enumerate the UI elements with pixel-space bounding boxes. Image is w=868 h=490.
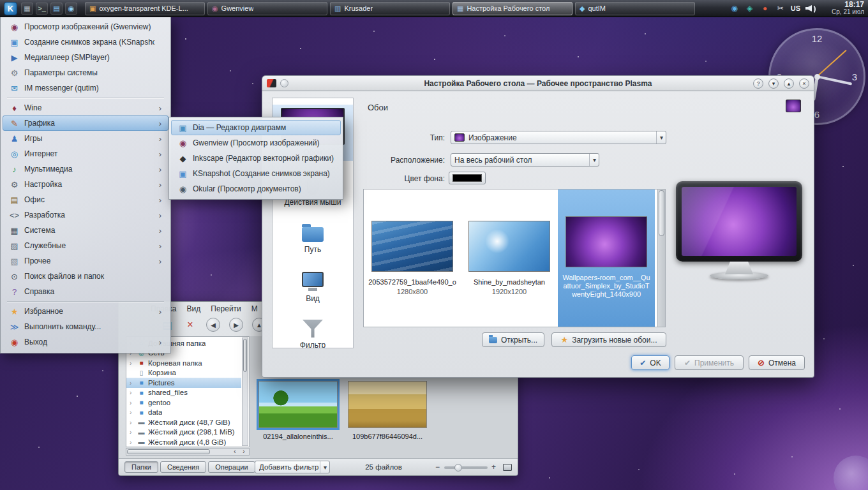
submenu-item[interactable]: ◆ Inkscape (Редактор векторной графики) xyxy=(171,151,341,166)
taskbar-task[interactable]: ◉ Gwenview xyxy=(207,2,327,15)
expander-icon[interactable] xyxy=(130,399,135,406)
menu-item[interactable]: ≫ Выполнить команду... xyxy=(3,319,168,334)
dialog-sidebar-item[interactable]: Путь xyxy=(273,223,353,254)
terminal-icon[interactable]: >_ xyxy=(36,3,48,15)
menu-item[interactable]: ◎ Интернет xyxy=(3,146,168,161)
zoom-slider[interactable] xyxy=(444,466,488,469)
zoom-slider-handle[interactable] xyxy=(454,464,462,471)
menu-item[interactable]: ◉ Просмотр изображений (Gwenview) xyxy=(3,19,168,34)
expander-icon[interactable] xyxy=(130,438,135,446)
menu-item[interactable]: ★ Избранное xyxy=(3,304,168,319)
menu-item[interactable]: ✎ Графика xyxy=(3,115,168,131)
places-tree-item[interactable]: ▬ Жёсткий диск (4,8 GiB) xyxy=(126,437,241,447)
qutim-status-icon[interactable]: ● xyxy=(760,4,770,13)
submenu-item[interactable]: ▣ Dia — Редактор диаграмм xyxy=(171,120,341,135)
places-tree-item[interactable]: ■ Корневая папка xyxy=(126,358,241,368)
places-tree-item[interactable]: ■ data xyxy=(126,408,241,418)
expander-icon[interactable] xyxy=(130,428,135,436)
help-button-icon[interactable]: ? xyxy=(753,78,763,89)
web-browser-icon[interactable]: ◉ xyxy=(65,3,77,15)
toolbar-button[interactable]: ◀ xyxy=(206,317,221,332)
open-wallpaper-button[interactable]: Открыть... xyxy=(482,332,544,347)
expander-icon[interactable] xyxy=(130,359,135,367)
cancel-button[interactable]: Отмена xyxy=(749,355,805,370)
scroll-right-icon[interactable] xyxy=(239,449,248,454)
thumbnail-item[interactable]: 109b677f86446094d... xyxy=(346,381,429,440)
places-tree-item[interactable]: ▬ Жёсткий диск (48,7 GiB) xyxy=(126,417,241,427)
zoom-out-icon[interactable] xyxy=(435,463,440,471)
keyboard-layout-indicator[interactable]: US xyxy=(791,4,800,12)
scrollbar-thumb[interactable] xyxy=(243,339,247,372)
submenu-item[interactable]: ▣ KSnapshot (Создание снимков экрана) xyxy=(171,166,341,181)
toolbar-button[interactable]: × xyxy=(183,317,198,332)
menu-item[interactable]: ♦ Wine xyxy=(3,100,168,115)
expander-icon[interactable] xyxy=(130,379,135,387)
menu-item[interactable]: ⚙ Настройка xyxy=(3,177,168,192)
taskbar-task[interactable]: ▥ Krusader xyxy=(330,2,450,15)
expander-icon[interactable] xyxy=(130,389,135,396)
places-tree-item[interactable]: ■ shared_files xyxy=(126,388,241,398)
dialog-titlebar[interactable]: Настройка Рабочего стола — Рабочее прост… xyxy=(262,75,814,91)
places-tree-item[interactable]: ■ gentoo xyxy=(126,397,241,408)
places-tree-item[interactable]: ■ Pictures xyxy=(126,378,241,388)
file-manager-icon[interactable]: ▤ xyxy=(50,3,63,15)
zoom-fit-icon[interactable] xyxy=(503,464,512,471)
background-color-button[interactable] xyxy=(449,172,486,184)
wallpaper-item[interactable]: Wallpapers-room_com__Quattuor_Simplex_by… xyxy=(558,189,655,327)
dialog-sidebar-item[interactable]: Фильтр xyxy=(273,320,353,348)
expander-icon[interactable] xyxy=(130,408,135,416)
menu-item[interactable]: ♟ Игры xyxy=(3,131,168,146)
sidebar-tab[interactable]: Папки xyxy=(124,461,158,473)
scroll-left-icon[interactable] xyxy=(230,449,239,454)
thumbnail-item[interactable]: 02194_allaloneinthis... xyxy=(257,381,340,440)
scrollbar-thumb[interactable] xyxy=(127,449,210,454)
menu-item[interactable]: ▧ Прочее xyxy=(3,253,168,269)
places-tree-item[interactable]: ▯ Корзина xyxy=(126,368,241,378)
submenu-item[interactable]: ◉ Okular (Просмотр документов) xyxy=(171,181,341,197)
menubar-item[interactable]: М xyxy=(251,304,258,313)
kde-launcher-icon[interactable] xyxy=(4,2,17,15)
menu-item[interactable]: ✉ IM messenger (qutim) xyxy=(3,80,168,96)
device-notifier-icon[interactable]: ◉ xyxy=(730,4,740,13)
get-new-wallpapers-button[interactable]: Загрузить новые обои... xyxy=(551,332,666,347)
sidebar-tab[interactable]: Сведения xyxy=(160,461,206,473)
menu-item[interactable]: ♪ Мультимедиа xyxy=(3,161,168,177)
maximize-button-icon[interactable]: ▴ xyxy=(784,78,794,89)
taskbar-task[interactable]: ▣ oxygen-transparent KDE-L... xyxy=(85,2,205,15)
volume-icon[interactable] xyxy=(805,4,816,13)
submenu-item[interactable]: ◉ Gwenview (Просмотр изображений) xyxy=(171,135,341,151)
keep-above-icon[interactable] xyxy=(280,79,288,87)
network-manager-icon[interactable]: ◈ xyxy=(745,4,755,13)
menu-item[interactable]: ▤ Офис xyxy=(3,192,168,207)
add-filter-dropdown[interactable]: Добавить фильтр xyxy=(255,461,330,473)
menu-item[interactable]: ◉ Выход xyxy=(3,334,168,350)
menubar-item[interactable]: Перейти xyxy=(211,304,241,313)
menu-item[interactable]: ⊙ Поиск файлов и папок xyxy=(3,269,168,284)
wallpaper-type-select[interactable]: Изображение xyxy=(451,131,666,144)
places-horizontal-scrollbar[interactable] xyxy=(126,448,250,456)
minimize-button-icon[interactable]: ▾ xyxy=(768,78,779,89)
menu-item[interactable]: ? Справка xyxy=(3,284,168,299)
wallpaper-item[interactable]: Shine_by_madsheytan 1920x1200 xyxy=(461,189,558,327)
plasma-toolbox-icon[interactable] xyxy=(834,456,868,490)
toolbar-button[interactable]: ▶ xyxy=(228,317,244,332)
menu-item[interactable]: ▨ Служебные xyxy=(3,238,168,253)
position-select[interactable]: На весь рабочий стол xyxy=(451,153,599,167)
wallpaper-list-scrollbar[interactable] xyxy=(658,189,666,327)
places-vertical-scrollbar[interactable] xyxy=(242,338,248,446)
panel-clock[interactable]: 18:17 Ср, 21 июл xyxy=(823,1,864,16)
menu-item[interactable]: ⚙ Параметры системы xyxy=(3,65,168,80)
scrollbar-thumb[interactable] xyxy=(659,190,664,236)
close-button-icon[interactable]: × xyxy=(799,78,809,89)
wallpaper-item[interactable]: 2053572759_1baaf4e490_o 1280x800 xyxy=(364,189,461,327)
menu-item[interactable]: <> Разработка xyxy=(3,207,168,223)
show-desktop-icon[interactable]: ▦ xyxy=(21,3,33,15)
menu-item[interactable]: ▦ Система xyxy=(3,223,168,238)
sidebar-tab[interactable]: Операции xyxy=(208,461,255,473)
menu-item[interactable]: ▣ Создание снимков экрана (KSnapshot) xyxy=(3,34,168,50)
menu-item[interactable]: ▶ Медиаплеер (SMPlayer) xyxy=(3,50,168,65)
expander-icon[interactable] xyxy=(130,419,135,426)
taskbar-task[interactable]: ▦ Настройка Рабочего стол xyxy=(453,2,572,15)
apply-button[interactable]: Применить xyxy=(675,355,744,370)
taskbar-task[interactable]: ◆ qutIM xyxy=(575,2,695,15)
